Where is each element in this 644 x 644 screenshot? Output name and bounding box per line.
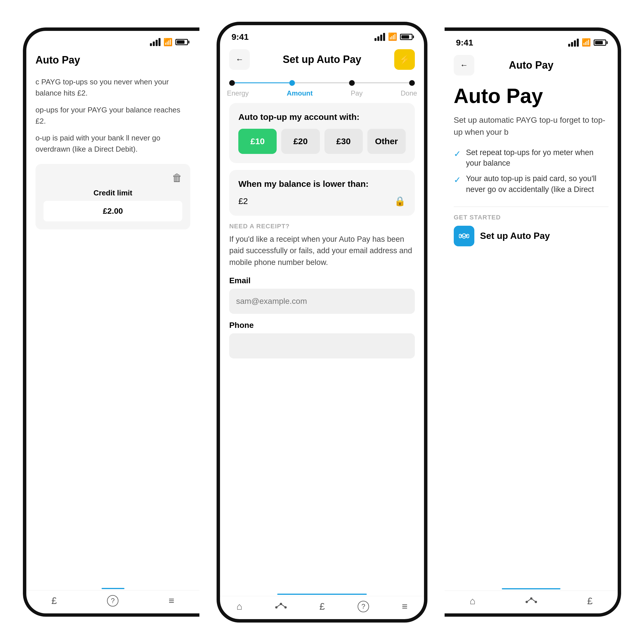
center-status-icons: 📶 — [374, 32, 413, 41]
center-billing-icon: £ — [319, 601, 325, 612]
left-bottom-nav: £ ? ≡ — [26, 590, 199, 613]
step-line-3 — [355, 82, 409, 83]
step-label-amount: Amount — [287, 89, 313, 97]
right-wifi-icon: 📶 — [582, 38, 591, 47]
right-active-indicator — [502, 588, 560, 589]
step-line-2 — [295, 82, 349, 83]
center-nav-menu[interactable]: ≡ — [402, 601, 408, 612]
step-label-energy: Energy — [227, 89, 249, 97]
center-status-bar: 9:41 📶 — [220, 25, 424, 45]
balance-card-title: When my balance is lower than: — [238, 179, 406, 189]
check-icon-2: ✓ — [454, 174, 461, 186]
center-phone: 9:41 📶 ← Set up Auto Pay ⚡ — [217, 22, 427, 623]
step-label-pay: Pay — [351, 89, 362, 97]
amount-30-button[interactable]: £30 — [324, 129, 363, 154]
amount-20-button[interactable]: £20 — [281, 129, 320, 154]
center-nav-home[interactable]: ⌂ — [237, 601, 243, 612]
svg-line-8 — [527, 599, 531, 602]
lock-icon: 🔒 — [394, 196, 406, 207]
svg-line-3 — [276, 604, 281, 607]
center-nav-header: ← Set up Auto Pay ⚡ — [220, 45, 424, 74]
amount-card: Auto top-up my account with: £10 £20 £30… — [229, 103, 415, 163]
step-dot-amount — [289, 80, 295, 86]
email-input[interactable] — [229, 289, 415, 314]
left-help-icon: ? — [107, 595, 118, 607]
center-step-labels: Energy Amount Pay Done — [220, 88, 424, 103]
right-nav-title: Auto Pay — [509, 59, 553, 71]
check-text-2: Your auto top-up is paid card, so you'll… — [466, 173, 609, 195]
left-phone: 📶 Auto Pay c PAYG top-ups so you never w… — [23, 27, 199, 617]
center-active-indicator — [277, 594, 367, 595]
left-signal-icon — [150, 38, 160, 46]
left-billing-icon: £ — [51, 595, 57, 606]
center-time: 9:41 — [231, 32, 249, 42]
center-stepper — [220, 74, 424, 88]
setup-autopay-button[interactable]: Set up Auto Pay — [454, 226, 609, 246]
left-nav-help[interactable]: ? — [107, 595, 118, 607]
left-text-1: c PAYG top-ups so you never when your ba… — [35, 76, 190, 99]
left-nav-header: Auto Pay — [26, 49, 199, 71]
amount-other-button[interactable]: Other — [367, 129, 406, 154]
left-nav-billing[interactable]: £ — [51, 595, 57, 606]
center-nav-usage[interactable] — [275, 601, 287, 612]
center-bolt-button[interactable]: ⚡ — [394, 49, 415, 70]
check-text-1: Set repeat top-ups for yo meter when you… — [466, 147, 609, 169]
phone-field-label: Phone — [229, 321, 415, 330]
right-usage-icon — [526, 596, 537, 605]
center-signal-icon — [374, 33, 385, 41]
right-nav-home[interactable]: ⌂ — [469, 595, 475, 607]
email-field-label: Email — [229, 276, 415, 285]
center-battery-icon — [400, 34, 413, 40]
right-home-icon: ⌂ — [469, 595, 475, 607]
center-usage-icon — [275, 601, 287, 612]
right-battery-icon — [594, 39, 606, 46]
right-description: Set up automatic PAYG top-u forget to to… — [454, 114, 609, 138]
center-home-icon: ⌂ — [237, 601, 243, 612]
right-phone: 9:41 📶 ← Auto Pay Auto Pay Set up automa… — [445, 27, 621, 617]
center-nav-help[interactable]: ? — [358, 601, 369, 612]
right-billing-icon: £ — [587, 595, 593, 607]
center-bottom-nav: ⌂ £ ? ≡ — [220, 596, 424, 619]
center-menu-icon: ≡ — [402, 601, 408, 612]
left-menu-icon: ≡ — [169, 595, 175, 606]
check-icon-1: ✓ — [454, 148, 461, 160]
step-dot-energy — [229, 80, 235, 86]
svg-line-9 — [531, 599, 536, 602]
center-help-icon: ? — [358, 601, 369, 612]
left-wifi-icon: 📶 — [163, 38, 173, 47]
right-time: 9:41 — [456, 38, 473, 47]
left-status-bar: 📶 — [26, 31, 199, 49]
center-back-button[interactable]: ← — [229, 49, 250, 70]
get-started-label: GET STARTED — [454, 214, 609, 221]
right-signal-icon — [568, 39, 579, 47]
left-active-indicator — [102, 588, 124, 589]
balance-row: £2 🔒 — [238, 196, 406, 207]
balance-card: When my balance is lower than: £2 🔒 — [229, 170, 415, 216]
right-big-title: Auto Pay — [454, 85, 609, 107]
right-content: Auto Pay Set up automatic PAYG top-u for… — [445, 80, 618, 587]
left-content: c PAYG top-ups so you never when your ba… — [26, 71, 199, 588]
balance-value: £2 — [238, 196, 248, 206]
right-nav-header: ← Auto Pay — [445, 50, 618, 80]
check-item-1: ✓ Set repeat top-ups for yo meter when y… — [454, 147, 609, 169]
right-bottom-nav: ⌂ £ — [445, 591, 618, 613]
center-nav-billing[interactable]: £ — [319, 601, 325, 612]
right-nav-billing[interactable]: £ — [587, 595, 593, 607]
right-back-button[interactable]: ← — [454, 55, 474, 76]
infinity-icon — [454, 226, 474, 246]
check-item-2: ✓ Your auto top-up is paid card, so you'… — [454, 173, 609, 195]
right-nav-usage[interactable] — [526, 596, 537, 605]
center-nav-title: Set up Auto Pay — [283, 53, 361, 66]
amount-10-button[interactable]: £10 — [238, 129, 277, 154]
credit-limit-label: Credit limit — [43, 189, 182, 197]
credit-value: £2.00 — [43, 201, 182, 221]
phone-input[interactable] — [229, 333, 415, 358]
left-nav-menu[interactable]: ≡ — [169, 595, 175, 606]
divider — [454, 207, 609, 207]
left-status-icons: 📶 — [150, 38, 188, 47]
step-line-1 — [235, 82, 289, 83]
delete-icon[interactable]: 🗑 — [43, 172, 182, 184]
amount-options: £10 £20 £30 Other — [238, 129, 406, 154]
receipt-section: NEED A RECEIPT? If you'd like a receipt … — [229, 223, 415, 366]
step-dot-pay — [349, 80, 355, 86]
